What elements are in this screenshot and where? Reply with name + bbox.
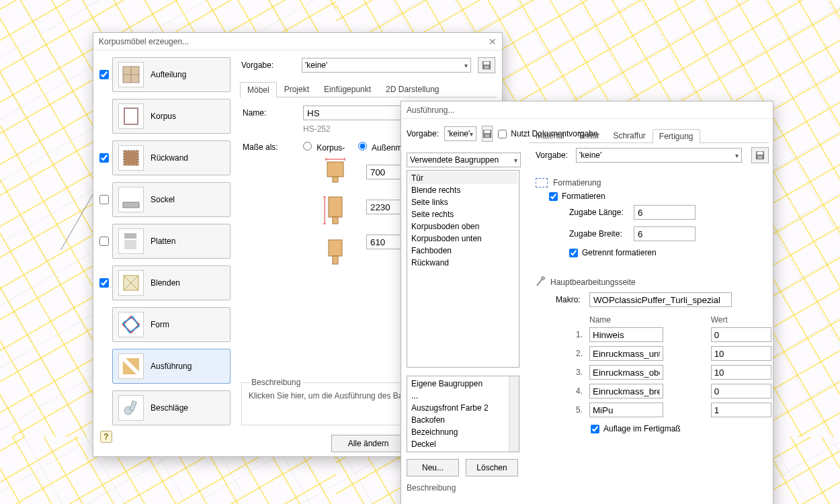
category-sockel[interactable]: Sockel xyxy=(112,182,230,217)
radio-korpus[interactable]: Korpus- xyxy=(303,142,345,153)
category-blenden[interactable]: Blenden xyxy=(112,265,230,300)
aufteilung-icon xyxy=(118,62,144,87)
zugabe-laenge-input[interactable] xyxy=(634,205,696,220)
category-beschlaege[interactable]: Beschläge xyxy=(112,390,230,425)
korpus-icon xyxy=(118,103,144,129)
category-label: Aufteilung xyxy=(151,70,186,79)
save-icon-button[interactable] xyxy=(478,57,495,73)
list-item[interactable]: Blende rechts xyxy=(409,184,517,196)
chevron-down-icon: ▾ xyxy=(735,152,739,159)
zugabe-breite-input[interactable] xyxy=(634,226,696,241)
save-icon-button[interactable] xyxy=(482,126,493,142)
param-name-input[interactable] xyxy=(589,346,663,361)
param-wert-input[interactable] xyxy=(711,403,771,417)
dialog-title: Korpusmöbel erzeugen... xyxy=(99,37,189,46)
help-icon[interactable]: ? xyxy=(100,431,112,443)
chevron-down-icon: ▾ xyxy=(514,157,517,164)
category-checkbox-rueckwand[interactable] xyxy=(99,153,109,163)
param-name-input[interactable] xyxy=(589,365,663,380)
makro-label: Makro: xyxy=(556,295,589,304)
loeschen-button[interactable]: Löschen xyxy=(466,459,518,476)
param-name-input[interactable] xyxy=(589,327,663,342)
close-icon[interactable]: ✕ xyxy=(476,36,497,47)
alle-aendern-button[interactable]: Alle ändern xyxy=(331,435,406,452)
titlebar[interactable]: Korpusmöbel erzeugen... ✕ xyxy=(93,33,502,50)
category-checkbox-aufteilung[interactable] xyxy=(99,70,109,79)
param-wert-input[interactable] xyxy=(711,365,771,380)
vorgabe-combo-fertigung[interactable]: 'keine'▾ xyxy=(576,148,742,163)
dialog-ausfuehrung: Ausführung... ✕ Vorgabe: 'keine'▾ Nutzt … xyxy=(401,101,773,504)
category-checkbox-platten[interactable] xyxy=(99,237,109,246)
haupt-title: Hauptbearbeitungsseite xyxy=(550,278,636,287)
list-item[interactable]: Rückwand xyxy=(409,257,517,269)
sockel-icon xyxy=(118,187,144,212)
svg-rect-24 xyxy=(333,177,338,182)
machining-icon xyxy=(536,276,545,288)
category-aufteilung[interactable]: Aufteilung xyxy=(112,57,230,92)
category-platten[interactable]: Platten xyxy=(112,224,230,259)
svg-rect-4 xyxy=(124,151,138,165)
getrennt-formatieren-checkbox[interactable]: Getrennt formatieren xyxy=(569,248,769,257)
list-item[interactable]: Deckel xyxy=(409,438,509,450)
category-checkbox-sockel[interactable] xyxy=(99,195,109,204)
list-item[interactable]: ... xyxy=(409,390,509,402)
eigene-baugruppen-list[interactable]: Eigene Baugruppen...Auszugsfront Farbe 2… xyxy=(407,376,519,452)
formatierung-icon xyxy=(536,178,548,187)
category-checkbox-blenden[interactable] xyxy=(99,278,109,288)
param-wert-input[interactable] xyxy=(711,384,771,398)
zugabe-laenge-label: Zugabe Länge: xyxy=(569,208,634,217)
category-sidebar: AufteilungKorpusRückwandSockelPlattenBle… xyxy=(93,50,235,456)
baugruppen-list[interactable]: TürBlende rechtsSeite linksSeite rechtsK… xyxy=(407,170,519,368)
vorgabe-combo[interactable]: 'keine'▾ xyxy=(444,126,476,141)
form-icon xyxy=(118,312,144,337)
category-korpus[interactable]: Korpus xyxy=(112,99,230,134)
auflage-checkbox[interactable]: Auflage im Fertigmaß xyxy=(591,424,769,433)
vorgabe-combo[interactable]: 'keine' ▾ xyxy=(302,58,471,73)
radio-aussen[interactable]: Außenma xyxy=(358,142,407,153)
vorgabe-value: 'keine' xyxy=(305,60,327,70)
category-ausfuehrung[interactable]: Ausführung xyxy=(112,349,230,384)
row-index: 5. xyxy=(571,401,585,419)
neu-button[interactable]: Neu... xyxy=(407,459,459,476)
dialog-title: Ausführung... xyxy=(407,106,454,115)
list-item[interactable]: Backofen xyxy=(409,414,509,426)
tab-material[interactable]: Material xyxy=(529,128,571,142)
tab-textur[interactable]: Textur xyxy=(571,128,607,142)
list-item[interactable]: Seite links xyxy=(409,196,517,208)
row-index: 1. xyxy=(571,326,585,343)
tab-fertigung[interactable]: Fertigung xyxy=(653,129,700,143)
tab-2d-darstellung[interactable]: 2D Darstellung xyxy=(378,81,446,97)
list-item[interactable]: Tür xyxy=(409,172,517,184)
makro-input[interactable] xyxy=(589,292,732,307)
list-item[interactable]: front xyxy=(409,450,509,452)
list-item[interactable]: Bezeichnung xyxy=(409,426,509,438)
tab-schraffur[interactable]: Schraffur xyxy=(606,128,652,142)
mass-als-label: Maße als: xyxy=(243,142,303,152)
list-item[interactable]: Korpusboden unten xyxy=(409,233,517,245)
tab-projekt[interactable]: Projekt xyxy=(277,81,317,97)
param-name-input[interactable] xyxy=(589,384,663,398)
param-wert-input[interactable] xyxy=(711,327,771,342)
formatieren-checkbox[interactable]: Formatieren xyxy=(549,192,769,201)
save-icon-button[interactable] xyxy=(751,147,769,163)
param-name-input[interactable] xyxy=(589,403,663,417)
list-item[interactable]: Auszugsfront Farbe 2 xyxy=(409,402,509,414)
list-item[interactable]: Seite rechts xyxy=(409,208,517,220)
baugruppen-selector[interactable]: Verwendete Baugruppen▾ xyxy=(407,153,521,167)
titlebar[interactable]: Ausführung... ✕ xyxy=(401,101,773,119)
tab-einfügepunkt[interactable]: Einfügepunkt xyxy=(317,81,378,97)
vorgabe-label: Vorgabe: xyxy=(241,60,295,70)
ausfuehrung-icon xyxy=(118,353,144,379)
list-item[interactable]: Fachboden xyxy=(409,245,517,257)
tab-möbel[interactable]: Möbel xyxy=(240,82,277,97)
category-form[interactable]: Form xyxy=(112,307,230,342)
tab-strip: MöbelProjektEinfügepunkt2D Darstellung xyxy=(240,81,497,97)
table-row: 3. xyxy=(571,364,808,381)
name-input[interactable] xyxy=(303,106,404,120)
category-rueckwand[interactable]: Rückwand xyxy=(112,140,230,175)
list-item[interactable]: Korpusboden oben xyxy=(409,220,517,233)
svg-rect-20 xyxy=(327,162,343,177)
blenden-icon xyxy=(118,270,144,296)
param-wert-input[interactable] xyxy=(711,346,771,361)
category-label: Korpus xyxy=(151,112,176,121)
